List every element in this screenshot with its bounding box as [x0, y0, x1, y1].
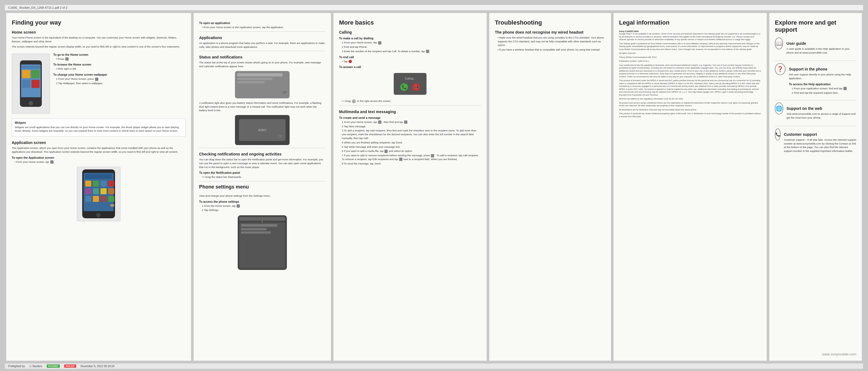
- svg-rect-20: [93, 196, 99, 202]
- phone-settings-title: Phone settings menu: [199, 184, 326, 190]
- svg-rect-18: [108, 188, 114, 194]
- legal-para8: This product is protected by certain int…: [619, 112, 761, 118]
- msg-step7: 7 If you want to add or remove recipient…: [342, 154, 481, 161]
- legal-para6: All product and service names mentioned …: [619, 102, 761, 107]
- wallpaper-step2: 2 Tap Wallpaper, then select a wallpaper…: [56, 82, 186, 85]
- msg-step6: 6 If you want to add a media file, tap a…: [342, 149, 481, 153]
- user-guide-title: User guide: [786, 41, 856, 45]
- support-phone-icon: ❓: [775, 63, 786, 75]
- call-step3: 3 Enter the number of the recipient and …: [342, 50, 481, 53]
- phone-image-home: [12, 54, 50, 114]
- checking-notif-body: You can drag down the status bar to open…: [199, 158, 326, 169]
- calling-screen-image: Calling... 📞 📵: [394, 73, 427, 95]
- checking-notif-title: Checking notifications and ongoing activ…: [199, 152, 326, 156]
- home-screen-body2: The screen extends beyond the regular sc…: [12, 45, 186, 49]
- customer-support-title: Customer support: [784, 132, 856, 136]
- goto-home-label: To go to the Home screen: [53, 53, 186, 56]
- msg-icon: [404, 121, 407, 124]
- notification-bar-image: ☞: [235, 71, 289, 98]
- svg-point-7: [29, 101, 33, 105]
- support-phone-section: ❓ Support in the phone Get user support …: [775, 63, 856, 95]
- drag-status-bar: • Drag the status bar downwards.: [202, 175, 326, 179]
- passed-badge: PASSED: [47, 365, 60, 368]
- end-call-label: To end call: [339, 56, 481, 59]
- status-title: Status and notifications: [199, 55, 326, 59]
- legal-copyright: ©Sony Mobile Communications AB, 2012: [619, 56, 761, 59]
- open-app-screen-bullet: From your Home screen, tap: [14, 160, 186, 164]
- apps-icon: [50, 160, 54, 164]
- timestamp: November 5, 2012 09:18:24: [81, 365, 115, 368]
- preflight-label: Preflighted by: [8, 365, 25, 368]
- drag-answer: • Drag to the right across the screen.: [342, 99, 481, 103]
- open-app-screen-label: To open the Application screen: [12, 156, 186, 159]
- svg-point-24: [96, 213, 100, 217]
- svg-rect-19: [85, 196, 91, 202]
- svg-rect-13: [100, 181, 106, 187]
- widgets-body: Widgets are small applications that you …: [15, 125, 183, 133]
- doc-id: C1605_ Booklet_EN_1268-4710.1.pdf 2 of 2: [8, 6, 67, 9]
- top-bar: C1605_ Booklet_EN_1268-4710.1.pdf 2 of 2: [5, 5, 863, 11]
- call-step2: 2 Find and tap Phone.: [342, 45, 481, 49]
- user-guide-section: 📖 User guide A User guide is available i…: [775, 37, 856, 56]
- svg-rect-14: [108, 181, 114, 187]
- status-bar-drag-image: ↓: [238, 215, 287, 270]
- user-guide-body: A User guide is available in the Help ap…: [786, 47, 856, 55]
- panel-explore: Explore more and get support 📖 User guid…: [769, 13, 862, 361]
- home-call-icon: [378, 41, 381, 44]
- msg-step8: 8 To send the message, tap Send.: [342, 162, 481, 165]
- sony-model-title: Sony C1605/C1604: [619, 30, 761, 32]
- msg-step2: 2 Tap New message.: [342, 125, 481, 128]
- headset-bullet1: Make sure the wired headset that you are…: [498, 36, 606, 47]
- svg-rect-21: [100, 196, 106, 202]
- explore-title: Explore more and get support: [775, 19, 856, 34]
- browse-home-label: To browse the Home screen: [53, 63, 186, 66]
- svg-rect-4: [31, 70, 40, 78]
- svg-rect-22: [108, 196, 114, 202]
- apps-msg-icon: [378, 121, 381, 124]
- panel-settings: To open an application From your Home sc…: [193, 13, 331, 361]
- help-step2: 2 Find and tap the required support item…: [792, 91, 856, 95]
- legal-pub-num: Publication number: 1268-4710.1: [619, 60, 761, 63]
- user-guide-icon: 📖: [775, 37, 783, 50]
- svg-rect-10: [85, 174, 112, 179]
- support-phone-title: Support in the phone: [789, 67, 856, 71]
- panel-finding-title: Finding your way: [12, 19, 186, 26]
- support-web-icon: 🌐: [775, 102, 783, 115]
- customer-support-icon: 📞: [775, 128, 781, 141]
- page-wrapper: C1605_ Booklet_EN_1268-4710.1.pdf 2 of 2…: [0, 0, 868, 371]
- msg-step1: 1 From your Home screen, tap , then find…: [342, 120, 481, 124]
- panel-finding: Finding your way Home screen Your Home P…: [6, 13, 191, 361]
- home-icon: [65, 57, 69, 61]
- browse-home-bullet: Flick right or left.: [56, 67, 186, 71]
- panel-more-basics: More basics Calling To make a call by di…: [333, 13, 487, 361]
- notification-finger-image: SONY ☞: [235, 115, 289, 145]
- help-step1: 1 From your Application screen, find and…: [792, 87, 856, 90]
- support-web-title: Support on the web: [786, 106, 856, 111]
- accept-call-btn: 📞: [400, 83, 408, 91]
- svg-rect-16: [93, 188, 99, 194]
- svg-point-23: [110, 204, 115, 207]
- msg-step3: 3 To add a recipient, tap Add recipient,…: [342, 129, 481, 140]
- svg-rect-15: [85, 188, 91, 194]
- home-screen-title: Home screen: [12, 30, 186, 34]
- apps-settings-icon: [237, 204, 240, 208]
- drag-circle-icon: [352, 99, 356, 103]
- app-screen-body: The Application screen, which you open f…: [12, 146, 186, 154]
- svg-rect-3: [22, 70, 30, 78]
- widgets-box: Widgets Widgets are small applications t…: [12, 119, 186, 137]
- phone-settings-body: View and change your phone settings from…: [199, 194, 326, 198]
- multimedia-title: Multimedia and text messaging: [339, 110, 481, 114]
- wallpaper-step1: 1 From your Home screen, press: [56, 77, 186, 81]
- goto-home-bullet: Press: [56, 57, 186, 61]
- headset-section-title: The phone does not recognise my wired he…: [495, 30, 606, 34]
- settings-step2: 2 Tap Settings.: [202, 208, 326, 212]
- legal-para2: This Startup guide is published by Sony …: [619, 42, 761, 51]
- end-call-bullet: Tap: [342, 60, 481, 63]
- media-attach-icon: [384, 150, 388, 153]
- legal-all-rights: All rights reserved.: [619, 52, 761, 55]
- open-notif-label: To open the Notification panel: [199, 171, 326, 174]
- legal-para3: Your mobile phone has the capability to …: [619, 64, 761, 79]
- legal-body: Google Play™ is not available in all cou…: [619, 32, 761, 41]
- panel-legal: Legal information Sony C1605/C1604 Googl…: [613, 13, 767, 361]
- msg-step5: 5 Tap Write message and enter your messa…: [342, 145, 481, 149]
